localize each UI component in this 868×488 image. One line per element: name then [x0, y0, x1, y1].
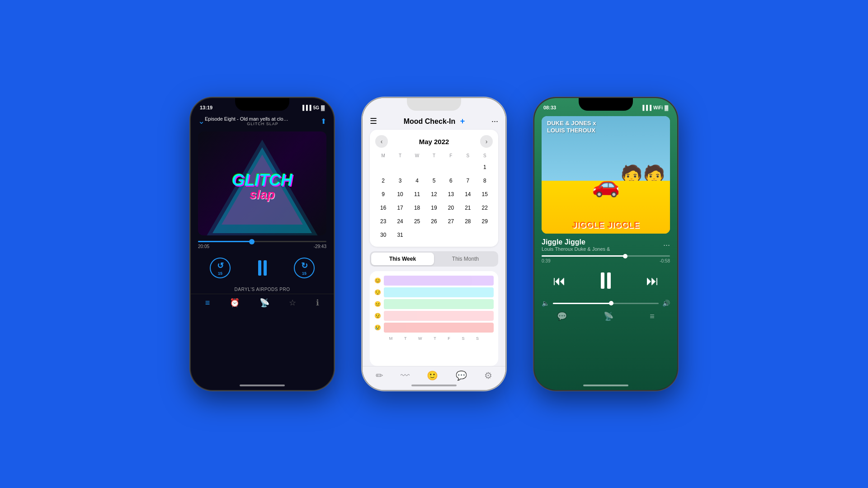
skip-back-button[interactable]: ↺ 15: [210, 258, 231, 278]
cal-day-30[interactable]: 30: [377, 229, 390, 241]
cal-day-23[interactable]: 23: [377, 215, 390, 228]
mood-title: Mood Check-In +: [404, 117, 465, 126]
home-indicator-1[interactable]: [240, 385, 285, 386]
cal-header-sat: S: [460, 152, 476, 160]
progress-thumb-1[interactable]: [249, 239, 255, 244]
mood-nav-icon[interactable]: 🙂: [427, 370, 438, 381]
airplay-music-icon[interactable]: 📡: [604, 311, 613, 321]
volume-bar[interactable]: [553, 303, 659, 304]
cal-day-31[interactable]: 31: [394, 229, 406, 241]
cal-day-13[interactable]: 13: [444, 188, 457, 201]
cal-day-21[interactable]: 21: [462, 202, 474, 214]
cal-day-7[interactable]: 7: [462, 174, 474, 187]
mood-bar-fill-2: [384, 287, 450, 297]
prev-month-button[interactable]: ‹: [375, 135, 388, 148]
cal-header-thu: T: [426, 152, 442, 160]
skip-forward-label: 15: [302, 271, 307, 276]
skip-forward-button[interactable]: ↻ 15: [294, 258, 315, 278]
mood-bar-bg-3: [384, 299, 494, 309]
star-nav-icon[interactable]: ☆: [289, 298, 296, 308]
add-icon[interactable]: +: [460, 117, 465, 126]
cal-day-10[interactable]: 10: [394, 188, 406, 201]
home-indicator-2[interactable]: [411, 385, 457, 386]
pause-button[interactable]: [250, 256, 274, 280]
cal-day-4[interactable]: 4: [411, 174, 424, 187]
back-chevron-icon[interactable]: ⌄: [198, 116, 205, 126]
home-indicator-3[interactable]: [583, 385, 628, 386]
music-pause-bar-l: [601, 272, 604, 289]
podcast-header: ⌄ Episode Eight - Old man yells at cloud…: [191, 114, 334, 130]
queue-nav-icon[interactable]: ≡: [650, 312, 655, 321]
artist2: Duke & Jones &: [575, 246, 610, 252]
progress-bar-1[interactable]: [198, 241, 326, 242]
vol-low-icon: 🔈: [542, 300, 549, 307]
music-bar[interactable]: [542, 255, 670, 257]
mood-emoji-2: 😌: [374, 289, 381, 296]
lyrics-nav-icon[interactable]: 💬: [557, 311, 567, 321]
mood-tabs: This Week This Month: [370, 251, 498, 267]
pause-bar-left: [258, 260, 261, 276]
cal-day-27[interactable]: 27: [444, 215, 457, 228]
cal-day-18[interactable]: 18: [411, 202, 424, 214]
cal-day-1[interactable]: 1: [478, 161, 491, 174]
car-icon: 🚗: [592, 172, 620, 198]
music-pause-button[interactable]: [593, 268, 618, 293]
mood-bar-fill-5: [384, 323, 406, 333]
mood-bar-row-4: 😟: [374, 311, 494, 321]
cal-day-12[interactable]: 12: [428, 188, 440, 201]
rewind-button[interactable]: ⏮: [553, 273, 566, 288]
cal-day-15[interactable]: 15: [478, 188, 491, 201]
cal-day-26[interactable]: 26: [428, 215, 440, 228]
menu-icon[interactable]: ☰: [370, 116, 377, 126]
cal-day-empty-5: [444, 161, 457, 174]
jiggle-art-top: DUKE & JONES x LOUIS THEROUX 🧑🧑: [542, 116, 670, 181]
options-icon[interactable]: ···: [491, 117, 498, 126]
cal-day-8[interactable]: 8: [478, 174, 491, 187]
cal-day-17[interactable]: 17: [394, 202, 406, 214]
airplay-nav-icon[interactable]: 📡: [259, 298, 269, 308]
cal-day-6[interactable]: 6: [444, 174, 457, 187]
chart-day-t: T: [404, 336, 407, 341]
glitch-text-overlay: GLITCH slap: [232, 173, 292, 202]
settings-nav-icon[interactable]: ⚙: [484, 370, 492, 381]
share-icon[interactable]: ⬆: [321, 117, 326, 126]
info-nav-icon[interactable]: ℹ: [316, 298, 319, 308]
cal-day-20[interactable]: 20: [444, 202, 457, 214]
this-month-tab[interactable]: This Month: [434, 253, 497, 265]
episode-title: Episode Eight - Old man yells at cloud (…: [205, 116, 291, 122]
cal-day-25[interactable]: 25: [411, 215, 424, 228]
mood-emoji-4: 😟: [374, 313, 381, 319]
cal-day-16[interactable]: 16: [377, 202, 390, 214]
cal-day-28[interactable]: 28: [462, 215, 474, 228]
alarm-nav-icon[interactable]: ⏰: [230, 298, 240, 308]
progress-fill-1: [198, 241, 252, 242]
signal-icon-3: ▐▐▐: [641, 105, 651, 110]
cal-day-14[interactable]: 14: [462, 188, 474, 201]
cal-day-empty-2: [394, 161, 406, 174]
eq-nav-icon[interactable]: ≡: [205, 298, 210, 308]
more-options-icon[interactable]: ···: [663, 240, 670, 250]
next-month-button[interactable]: ›: [480, 135, 493, 148]
fast-forward-button[interactable]: ⏭: [646, 273, 659, 288]
cal-day-2[interactable]: 2: [377, 174, 390, 187]
wifi-icon-3: WiFi: [653, 105, 663, 110]
edit-nav-icon[interactable]: ✏: [376, 370, 383, 381]
song-artists: Louis Theroux Duke & Jones &: [542, 246, 610, 252]
cal-day-29[interactable]: 29: [478, 215, 491, 228]
this-week-tab[interactable]: This Week: [371, 253, 434, 265]
stats-nav-icon[interactable]: 〰: [401, 371, 410, 381]
cal-day-3[interactable]: 3: [394, 174, 406, 187]
glitch-title-text: GLITCH: [232, 173, 292, 188]
cal-day-11[interactable]: 11: [411, 188, 424, 201]
cal-day-24[interactable]: 24: [394, 215, 406, 228]
cal-day-19[interactable]: 19: [428, 202, 440, 214]
volume-thumb[interactable]: [609, 301, 613, 305]
cal-day-9[interactable]: 9: [377, 188, 390, 201]
music-thumb[interactable]: [623, 254, 627, 258]
cal-day-5[interactable]: 5: [428, 174, 440, 187]
chat-nav-icon[interactable]: 💬: [456, 370, 467, 381]
cal-header-wed: W: [409, 152, 425, 160]
jiggle-line1: DUKE & JONES x: [547, 120, 596, 127]
mood-bars-container: 😊 😌 😐 😟: [374, 276, 494, 333]
cal-day-22[interactable]: 22: [478, 202, 491, 214]
